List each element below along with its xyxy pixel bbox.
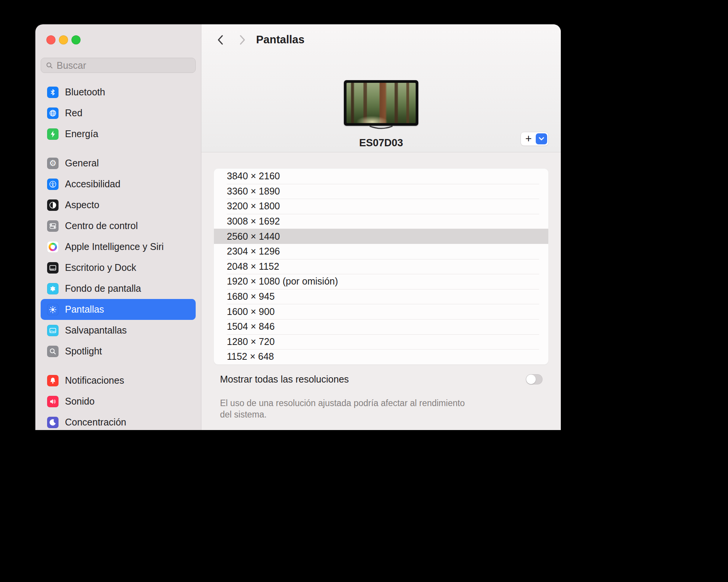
- sidebar-item-label: Fondo de pantalla: [65, 283, 141, 294]
- sidebar-item-label: Aspecto: [65, 199, 99, 210]
- sidebar-item-label: Apple Intelligence y Siri: [65, 241, 164, 252]
- search-icon: [46, 62, 53, 69]
- display-stand: [344, 125, 418, 132]
- add-display-button[interactable]: +: [521, 132, 536, 146]
- sidebar-item-notificaciones[interactable]: Notificaciones: [41, 370, 196, 391]
- sidebar-item-label: Notificaciones: [65, 375, 124, 386]
- brightness-icon: [47, 304, 59, 315]
- search-input[interactable]: [57, 60, 191, 71]
- settings-window: BluetoothRedEnergía⚙GeneralAccesibilidad…: [35, 24, 561, 430]
- sidebar-item-energia[interactable]: Energía: [41, 123, 196, 144]
- zoom-button[interactable]: [71, 35, 81, 44]
- resolution-list: 3840 × 21603360 × 18903200 × 18003008 × …: [214, 169, 548, 364]
- sidebar-item-label: Centro de control: [65, 220, 138, 231]
- toggle-knob: [526, 375, 536, 384]
- sidebar-item-escritorio-y-dock[interactable]: Escritorio y Dock: [41, 257, 196, 278]
- resolution-label: 3360 × 1890: [227, 186, 280, 197]
- screensaver-icon: [47, 325, 59, 336]
- resolution-label: 3200 × 1800: [227, 201, 280, 212]
- back-button[interactable]: [215, 34, 226, 46]
- resolution-option[interactable]: 1920 × 1080 (por omisión): [214, 274, 548, 289]
- sidebar-item-label: Sonido: [65, 396, 95, 407]
- sidebar-item-centro-de-control[interactable]: Centro de control: [41, 215, 196, 236]
- sidebar-item-label: Energía: [65, 128, 98, 139]
- resolution-card: 3840 × 21603360 × 18903200 × 18003008 × …: [214, 168, 549, 365]
- resolution-label: 1680 × 945: [227, 291, 275, 302]
- sidebar-item-label: Salvapantallas: [65, 325, 127, 336]
- resolution-label: 3008 × 1692: [227, 216, 280, 227]
- bolt-icon: [47, 128, 59, 140]
- display-options-button[interactable]: [536, 133, 547, 144]
- globe-icon: [47, 108, 59, 119]
- forward-button[interactable]: [237, 34, 248, 46]
- resolution-option[interactable]: 2048 × 1152: [214, 259, 548, 274]
- sidebar-item-salvapantallas[interactable]: Salvapantallas: [41, 320, 196, 341]
- resolution-section: 3840 × 21603360 × 18903200 × 18003008 × …: [201, 152, 561, 420]
- show-all-resolutions-label: Mostrar todas las resoluciones: [220, 374, 349, 385]
- resolution-option[interactable]: 1504 × 846: [214, 319, 548, 334]
- display-preview-section: Pantallas ES07D03 +: [201, 24, 561, 152]
- sidebar-item-pantallas[interactable]: Pantallas: [41, 299, 196, 320]
- resolution-option[interactable]: 2304 × 1296: [214, 244, 548, 259]
- sidebar-item-spotlight[interactable]: Spotlight: [41, 341, 196, 362]
- sidebar-item-label: Red: [65, 108, 82, 119]
- page-title: Pantallas: [256, 33, 304, 46]
- sidebar-item-sonido[interactable]: Sonido: [41, 391, 196, 412]
- show-all-resolutions-row: Mostrar todas las resoluciones: [220, 374, 543, 385]
- sidebar-item-apple-intelligence-y-siri[interactable]: Apple Intelligence y Siri: [41, 236, 196, 257]
- resolution-label: 2304 × 1296: [227, 246, 280, 257]
- main-panel: Pantallas ES07D03 +: [201, 24, 561, 430]
- sidebar-item-fondo-de-pantalla[interactable]: Fondo de pantalla: [41, 278, 196, 299]
- footnote-line-1: El uso de una resolución ajustada podría…: [220, 397, 549, 409]
- sidebar-item-red[interactable]: Red: [41, 103, 196, 123]
- sidebar-item-label: Pantallas: [65, 304, 104, 315]
- accessibility-icon: [47, 179, 59, 190]
- sidebar-item-label: Bluetooth: [65, 87, 105, 98]
- chevron-left-icon: [216, 34, 225, 46]
- sidebar-nav: BluetoothRedEnergía⚙GeneralAccesibilidad…: [41, 82, 196, 430]
- search-field[interactable]: [41, 58, 196, 73]
- sidebar-item-aspecto[interactable]: Aspecto: [41, 195, 196, 215]
- resolution-label: 1920 × 1080 (por omisión): [227, 276, 338, 287]
- chevron-right-icon: [238, 34, 247, 46]
- display-frame: [344, 80, 418, 126]
- resolution-option[interactable]: 3200 × 1800: [214, 199, 548, 214]
- resolution-label: 1600 × 900: [227, 306, 275, 317]
- resolution-option[interactable]: 3360 × 1890: [214, 184, 548, 199]
- minimize-button[interactable]: [59, 35, 68, 44]
- dock-icon: [47, 262, 59, 274]
- sidebar-item-accesibilidad[interactable]: Accesibilidad: [41, 174, 196, 195]
- moon-icon: [47, 417, 59, 428]
- sidebar-item-general[interactable]: ⚙General: [41, 153, 196, 174]
- resolution-option[interactable]: 3008 × 1692: [214, 214, 548, 229]
- close-button[interactable]: [46, 35, 55, 44]
- display-preview[interactable]: ES07D03: [344, 80, 418, 149]
- chevron-down-icon: [538, 137, 544, 141]
- resolution-option[interactable]: 3840 × 2160: [214, 169, 548, 184]
- siri-icon: [47, 241, 59, 253]
- resolution-footnote: El uso de una resolución ajustada podría…: [220, 397, 549, 420]
- resolution-label: 2048 × 1152: [227, 261, 279, 272]
- wallpaper-icon: [47, 283, 59, 294]
- resolution-label: 1280 × 720: [227, 336, 275, 347]
- resolution-option[interactable]: 1152 × 648: [214, 349, 548, 364]
- gear-icon: ⚙: [47, 158, 59, 169]
- resolution-option[interactable]: 2560 × 1440: [214, 229, 548, 244]
- bluetooth-icon: [47, 87, 59, 98]
- plus-icon: +: [525, 133, 532, 144]
- show-all-resolutions-toggle[interactable]: [526, 374, 543, 384]
- appearance-icon: [47, 199, 59, 211]
- sidebar-item-label: Escritorio y Dock: [65, 262, 136, 273]
- display-wallpaper: [347, 83, 416, 123]
- resolution-label: 2560 × 1440: [227, 231, 280, 242]
- resolution-option[interactable]: 1280 × 720: [214, 334, 548, 350]
- resolution-option[interactable]: 1680 × 945: [214, 289, 548, 304]
- control-center-icon: [47, 220, 59, 232]
- display-name: ES07D03: [344, 137, 418, 149]
- footnote-line-2: del sistema.: [220, 409, 549, 420]
- sidebar-item-concentracion[interactable]: Concentración: [41, 412, 196, 430]
- resolution-option[interactable]: 1600 × 900: [214, 304, 548, 319]
- traffic-lights: [46, 35, 81, 44]
- sidebar-item-bluetooth[interactable]: Bluetooth: [41, 82, 196, 103]
- history-nav: [215, 34, 248, 46]
